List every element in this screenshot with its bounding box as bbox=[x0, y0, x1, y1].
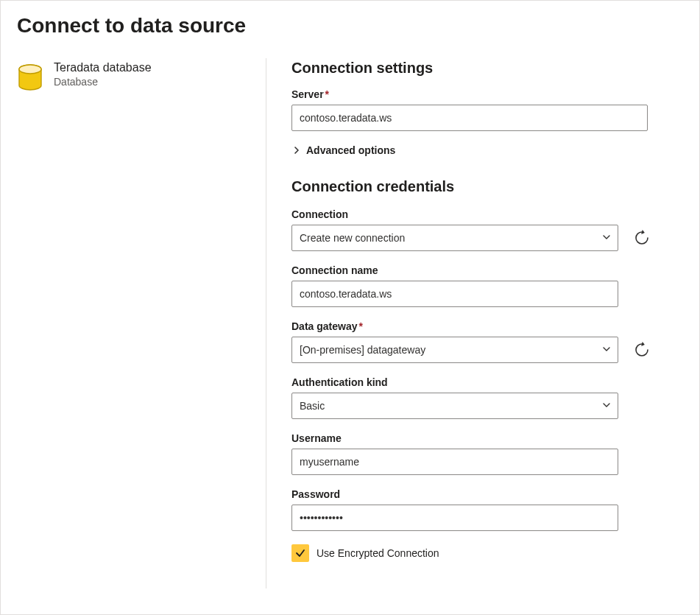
data-gateway-select-value: [On-premises] datagateway bbox=[300, 344, 425, 356]
connection-label: Connection bbox=[291, 208, 661, 220]
username-field: Username bbox=[291, 432, 661, 475]
database-icon bbox=[17, 64, 43, 92]
connection-field: Connection Create new connection bbox=[291, 208, 661, 251]
authentication-kind-label: Authentication kind bbox=[291, 376, 661, 388]
data-gateway-label-text: Data gateway bbox=[291, 320, 357, 332]
content-area: Teradata database Database Connection se… bbox=[17, 58, 683, 588]
source-title: Teradata database bbox=[54, 61, 152, 74]
username-input[interactable] bbox=[291, 449, 618, 475]
authentication-kind-field: Authentication kind Basic bbox=[291, 376, 661, 419]
server-label-text: Server bbox=[291, 88, 324, 100]
source-item[interactable]: Teradata database Database bbox=[17, 61, 266, 92]
authentication-kind-value: Basic bbox=[300, 400, 325, 412]
source-info: Teradata database Database bbox=[54, 61, 152, 88]
connection-select-value: Create new connection bbox=[300, 232, 405, 244]
data-gateway-field: Data gateway* [On-premises] datagateway bbox=[291, 320, 661, 363]
server-input[interactable] bbox=[291, 105, 648, 131]
encrypted-connection-checkbox[interactable] bbox=[291, 544, 309, 562]
advanced-options-toggle[interactable]: Advanced options bbox=[291, 144, 661, 156]
encrypted-connection-label: Use Encrypted Connection bbox=[317, 547, 439, 559]
svg-point-1 bbox=[19, 65, 41, 74]
refresh-icon bbox=[634, 342, 650, 358]
settings-form: Connection settings Server* Advanced opt… bbox=[266, 58, 683, 588]
connection-name-label: Connection name bbox=[291, 264, 661, 276]
connection-name-input[interactable] bbox=[291, 281, 618, 307]
password-label: Password bbox=[291, 488, 661, 500]
password-field: Password bbox=[291, 488, 661, 531]
server-label: Server* bbox=[291, 88, 661, 100]
refresh-icon bbox=[634, 230, 650, 246]
page-title: Connect to data source bbox=[17, 14, 683, 38]
required-marker: * bbox=[358, 320, 362, 332]
checkmark-icon bbox=[295, 548, 305, 558]
source-list: Teradata database Database bbox=[17, 58, 266, 588]
username-label: Username bbox=[291, 432, 661, 444]
data-gateway-label: Data gateway* bbox=[291, 320, 661, 332]
connection-select[interactable]: Create new connection bbox=[291, 225, 618, 251]
connection-credentials-heading: Connection credentials bbox=[291, 178, 661, 195]
refresh-connection-button[interactable] bbox=[632, 228, 652, 248]
connection-name-field: Connection name bbox=[291, 264, 661, 307]
encrypted-connection-row: Use Encrypted Connection bbox=[291, 544, 661, 562]
connect-data-source-panel: Connect to data source Teradata database… bbox=[0, 0, 700, 615]
refresh-gateway-button[interactable] bbox=[632, 340, 652, 360]
connection-settings-heading: Connection settings bbox=[291, 60, 661, 77]
chevron-right-icon bbox=[291, 145, 302, 155]
required-marker: * bbox=[325, 88, 329, 100]
authentication-kind-select[interactable]: Basic bbox=[291, 393, 618, 419]
advanced-options-label: Advanced options bbox=[306, 144, 395, 156]
data-gateway-select[interactable]: [On-premises] datagateway bbox=[291, 337, 618, 363]
server-field: Server* bbox=[291, 88, 661, 131]
source-subtitle: Database bbox=[54, 76, 152, 88]
password-input[interactable] bbox=[291, 505, 618, 531]
